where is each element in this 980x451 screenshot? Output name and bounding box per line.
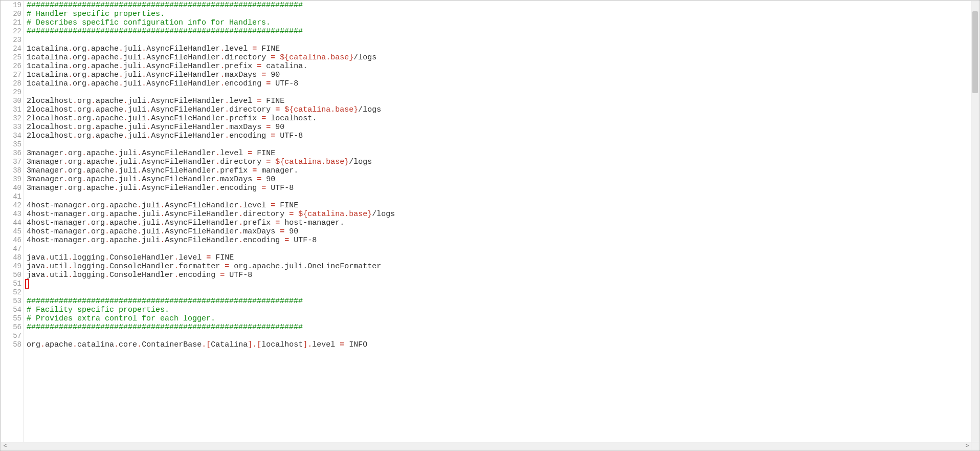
line-number: 35: [1, 140, 21, 149]
code-line[interactable]: ########################################…: [27, 323, 303, 332]
line-number: 24: [1, 45, 21, 53]
code-line[interactable]: 3manager.org.apache.juli.AsyncFileHandle…: [27, 175, 275, 184]
code-line[interactable]: 4host-manager.org.apache.juli.AsyncFileH…: [27, 227, 298, 236]
code-line[interactable]: # Handler specific properties.: [27, 10, 165, 18]
vertical-scrollbar-thumb[interactable]: [972, 11, 978, 93]
code-line[interactable]: # Describes specific configuration info …: [27, 18, 271, 27]
code-line[interactable]: ########################################…: [27, 297, 303, 306]
code-line[interactable]: 3manager.org.apache.juli.AsyncFileHandle…: [27, 184, 294, 192]
code-line[interactable]: 3manager.org.apache.juli.AsyncFileHandle…: [27, 166, 298, 175]
line-number: 36: [1, 149, 21, 158]
code-line[interactable]: 2localhost.org.apache.juli.AsyncFileHand…: [27, 132, 303, 140]
scrollbar-corner: [971, 442, 979, 450]
line-number: 30: [1, 97, 21, 105]
code-line[interactable]: java.util.logging.ConsoleHandler.level =…: [27, 253, 234, 262]
line-number: 22: [1, 27, 21, 36]
code-line[interactable]: 3manager.org.apache.juli.AsyncFileHandle…: [27, 158, 372, 166]
line-number: 42: [1, 201, 21, 210]
code-line[interactable]: 1catalina.org.apache.juli.AsyncFileHandl…: [27, 62, 307, 71]
line-number: 53: [1, 297, 21, 306]
horizontal-scrollbar[interactable]: < >: [1, 442, 971, 450]
line-number: 37: [1, 158, 21, 166]
scroll-right-icon[interactable]: >: [964, 443, 970, 449]
code-line[interactable]: org.apache.catalina.core.ContainerBase.[…: [27, 340, 367, 349]
line-number: 50: [1, 271, 21, 280]
line-number: 20: [1, 10, 21, 18]
line-number: 43: [1, 210, 21, 219]
scroll-left-icon[interactable]: <: [2, 443, 8, 449]
line-number: 26: [1, 62, 21, 71]
line-number: 45: [1, 227, 21, 236]
code-line[interactable]: 3manager.org.apache.juli.AsyncFileHandle…: [27, 149, 275, 158]
line-number: 19: [1, 1, 21, 10]
line-number: 46: [1, 236, 21, 245]
line-number: 44: [1, 219, 21, 227]
line-number: 47: [1, 245, 21, 253]
line-number-gutter: 1920212223242526272829303132333435363738…: [1, 1, 24, 442]
line-number: 58: [1, 340, 21, 349]
code-line[interactable]: # Provides extra control for each logger…: [27, 314, 215, 323]
line-number: 49: [1, 262, 21, 271]
line-number: 41: [1, 192, 21, 201]
code-content[interactable]: ########################################…: [27, 1, 971, 442]
code-line[interactable]: 4host-manager.org.apache.juli.AsyncFileH…: [27, 210, 395, 219]
line-number: 57: [1, 332, 21, 340]
line-number: 55: [1, 314, 21, 323]
code-line[interactable]: ########################################…: [27, 1, 303, 10]
line-number: 54: [1, 306, 21, 314]
line-number: 38: [1, 166, 21, 175]
line-number: 52: [1, 288, 21, 297]
code-editor: 1920212223242526272829303132333435363738…: [0, 0, 980, 451]
line-number: 33: [1, 123, 21, 132]
code-line[interactable]: 2localhost.org.apache.juli.AsyncFileHand…: [27, 105, 381, 114]
code-line[interactable]: java.util.logging.ConsoleHandler.formatt…: [27, 262, 381, 271]
vertical-scrollbar[interactable]: [971, 1, 979, 442]
code-line[interactable]: 4host-manager.org.apache.juli.AsyncFileH…: [27, 201, 298, 210]
code-line[interactable]: 2localhost.org.apache.juli.AsyncFileHand…: [27, 123, 284, 132]
line-number: 48: [1, 253, 21, 262]
editor-viewport[interactable]: 1920212223242526272829303132333435363738…: [1, 1, 971, 442]
line-number: 25: [1, 53, 21, 62]
code-line[interactable]: 1catalina.org.apache.juli.AsyncFileHandl…: [27, 71, 280, 79]
code-line[interactable]: 4host-manager.org.apache.juli.AsyncFileH…: [27, 236, 317, 245]
line-number: 32: [1, 114, 21, 123]
line-number: 27: [1, 71, 21, 79]
code-line[interactable]: 2localhost.org.apache.juli.AsyncFileHand…: [27, 114, 317, 123]
code-line[interactable]: 1catalina.org.apache.juli.AsyncFileHandl…: [27, 53, 376, 62]
line-number: 56: [1, 323, 21, 332]
line-number: 40: [1, 184, 21, 192]
code-line[interactable]: 1catalina.org.apache.juli.AsyncFileHandl…: [27, 45, 280, 53]
code-line[interactable]: ########################################…: [27, 27, 303, 36]
line-number: 28: [1, 79, 21, 88]
code-line[interactable]: java.util.logging.ConsoleHandler.encodin…: [27, 271, 252, 280]
code-line[interactable]: 2localhost.org.apache.juli.AsyncFileHand…: [27, 97, 284, 105]
line-number: 21: [1, 18, 21, 27]
code-line[interactable]: # Facility specific properties.: [27, 306, 169, 314]
code-line[interactable]: 1catalina.org.apache.juli.AsyncFileHandl…: [27, 79, 298, 88]
line-number: 23: [1, 36, 21, 45]
line-number: 31: [1, 105, 21, 114]
line-number: 34: [1, 132, 21, 140]
line-number: 39: [1, 175, 21, 184]
line-number: 51: [1, 280, 21, 288]
code-line[interactable]: 4host-manager.org.apache.juli.AsyncFileH…: [27, 219, 344, 227]
line-number: 29: [1, 88, 21, 97]
